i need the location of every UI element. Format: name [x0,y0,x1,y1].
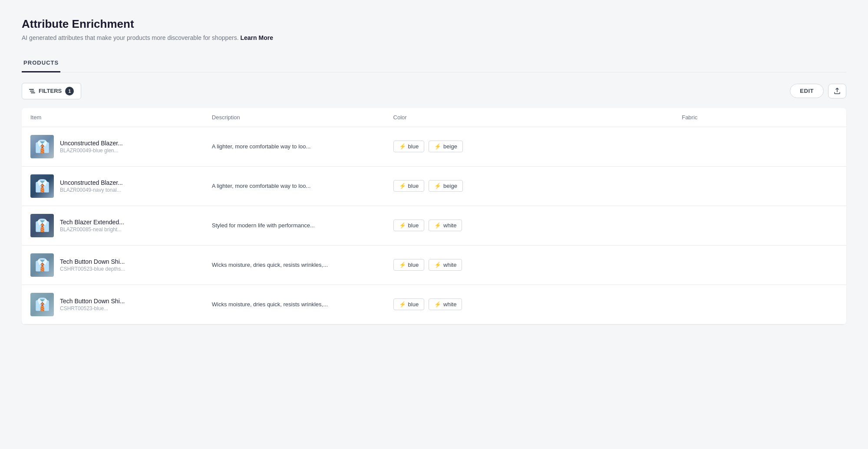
color-tag[interactable]: ⚡ blue [393,220,425,231]
page-subtitle: AI generated attributes that make your p… [22,34,846,41]
color-tag[interactable]: ⚡ white [429,220,462,231]
page-header: Attribute Enrichment AI generated attrib… [22,17,846,41]
color-label: blue [408,143,419,150]
lightning-icon: ⚡ [399,222,406,229]
export-icon [834,88,841,95]
product-image: 👔 [35,179,50,193]
description-cell: Wicks moisture, dries quick, resists wri… [203,245,385,285]
fabric-cell [673,127,846,166]
description-cell: Styled for modern life with performance.… [203,206,385,245]
color-tag[interactable]: ⚡ blue [393,141,425,152]
filters-label: FILTERS [39,88,62,94]
product-description: Wicks moisture, dries quick, resists wri… [203,253,385,277]
fabric-value [673,257,846,273]
toolbar: FILTERS 1 EDIT [22,83,846,99]
filter-icon [29,89,35,93]
color-label: white [443,222,456,229]
table-row: 👔 Tech Button Down Shi... CSHRT00523-blu… [22,245,846,285]
product-sku: BLAZR00049-navy tonal... [60,187,123,193]
lightning-icon: ⚡ [434,222,441,229]
products-table: Item Description Color Fabric 👔 Unconstr… [22,108,846,324]
color-label: beige [443,143,457,150]
learn-more-link[interactable]: Learn More [241,34,273,41]
color-label: white [443,301,456,308]
product-thumbnail: 👔 [30,293,54,316]
product-name: Unconstructed Blazer... [60,140,123,147]
item-cell: 👔 Tech Button Down Shi... CSHRT00523-blu… [22,245,203,285]
edit-button[interactable]: EDIT [790,84,824,98]
fabric-value [673,178,846,194]
product-description: A lighter, more comfortable way to loo..… [203,174,385,198]
export-button[interactable] [828,84,846,98]
color-tag[interactable]: ⚡ blue [393,180,425,192]
lightning-icon: ⚡ [434,262,441,268]
fabric-cell [673,245,846,285]
filters-button[interactable]: FILTERS 1 [22,83,81,99]
product-description: Wicks moisture, dries quick, resists wri… [203,292,385,317]
page-title: Attribute Enrichment [22,17,846,31]
col-header-item: Item [22,108,203,127]
product-info: Unconstructed Blazer... BLAZR00049-navy … [60,179,123,193]
color-cell: ⚡ blue ⚡ beige [385,166,673,206]
color-cell: ⚡ blue ⚡ white [385,245,673,285]
color-cell: ⚡ blue ⚡ beige [385,127,673,166]
description-cell: Wicks moisture, dries quick, resists wri… [203,285,385,324]
product-image: 👔 [35,297,50,311]
table-row: 👔 Unconstructed Blazer... BLAZR00049-nav… [22,166,846,206]
product-sku: BLAZR00049-blue glen... [60,147,123,154]
color-tag[interactable]: ⚡ beige [429,180,463,192]
color-tag[interactable]: ⚡ blue [393,259,425,271]
color-label: blue [408,262,419,268]
table-body: 👔 Unconstructed Blazer... BLAZR00049-blu… [22,127,846,324]
tab-products[interactable]: PRODUCTS [22,54,60,72]
col-header-fabric: Fabric [673,108,846,127]
product-info: Unconstructed Blazer... BLAZR00049-blue … [60,140,123,154]
product-sku: CSHRT00523-blue depths... [60,266,125,272]
color-tag[interactable]: ⚡ blue [393,298,425,310]
product-thumbnail: 👔 [30,174,54,198]
fabric-value [673,139,846,154]
description-cell: A lighter, more comfortable way to loo..… [203,166,385,206]
product-info: Tech Blazer Extended... BLAZR00085-neal … [60,219,124,233]
color-label: beige [443,183,457,189]
color-cell: ⚡ blue ⚡ white [385,285,673,324]
color-label: blue [408,301,419,308]
description-cell: A lighter, more comfortable way to loo..… [203,127,385,166]
color-label: blue [408,222,419,229]
color-label: white [443,262,456,268]
table-row: 👔 Tech Blazer Extended... BLAZR00085-nea… [22,206,846,245]
fabric-cell [673,166,846,206]
item-cell: 👔 Tech Button Down Shi... CSHRT00523-blu… [22,285,203,324]
table-row: 👔 Unconstructed Blazer... BLAZR00049-blu… [22,127,846,166]
product-name: Unconstructed Blazer... [60,179,123,186]
product-info: Tech Button Down Shi... CSHRT00523-blue.… [60,298,125,311]
product-name: Tech Button Down Shi... [60,298,125,305]
table-header: Item Description Color Fabric [22,108,846,127]
product-image: 👔 [35,218,50,233]
col-header-description: Description [203,108,385,127]
product-sku: BLAZR00085-neal bright... [60,226,124,233]
product-thumbnail: 👔 [30,214,54,237]
product-image: 👔 [35,258,50,272]
lightning-icon: ⚡ [434,301,441,308]
table-row: 👔 Tech Button Down Shi... CSHRT00523-blu… [22,285,846,324]
item-cell: 👔 Unconstructed Blazer... BLAZR00049-blu… [22,127,203,166]
filters-badge: 1 [65,87,74,95]
product-sku: CSHRT00523-blue... [60,305,125,311]
col-header-color: Color [385,108,673,127]
fabric-cell [673,285,846,324]
lightning-icon: ⚡ [434,183,441,189]
lightning-icon: ⚡ [434,143,441,150]
color-tag[interactable]: ⚡ white [429,298,462,310]
product-info: Tech Button Down Shi... CSHRT00523-blue … [60,258,125,272]
tabs: PRODUCTS [22,54,846,72]
color-tag[interactable]: ⚡ beige [429,141,463,152]
lightning-icon: ⚡ [399,301,406,308]
fabric-cell [673,206,846,245]
product-description: Styled for modern life with performance.… [203,213,385,238]
color-label: blue [408,183,419,189]
color-tag[interactable]: ⚡ white [429,259,462,271]
color-cell: ⚡ blue ⚡ white [385,206,673,245]
product-name: Tech Button Down Shi... [60,258,125,265]
lightning-icon: ⚡ [399,183,406,189]
